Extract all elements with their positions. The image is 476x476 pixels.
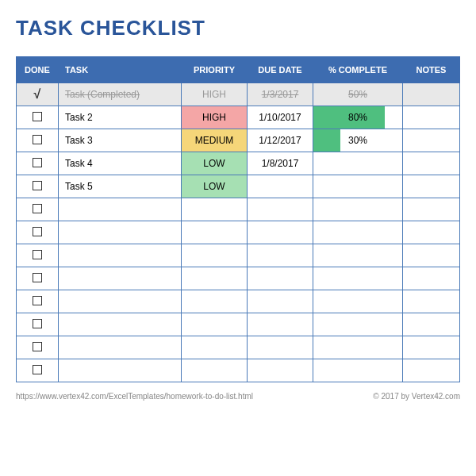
task-cell[interactable]: Task 2 [59, 106, 182, 129]
task-cell[interactable] [59, 244, 182, 267]
priority-cell[interactable]: MEDIUM [182, 129, 248, 152]
task-cell[interactable] [59, 336, 182, 359]
done-cell[interactable] [17, 198, 59, 221]
progress-bar: 80% [313, 106, 402, 129]
complete-cell[interactable] [313, 175, 403, 198]
checkbox-icon[interactable] [33, 135, 42, 144]
duedate-cell[interactable] [248, 313, 313, 336]
task-cell[interactable] [59, 359, 182, 382]
task-cell[interactable]: Task 3 [59, 129, 182, 152]
done-cell[interactable] [17, 359, 59, 382]
priority-cell[interactable]: LOW [182, 175, 248, 198]
duedate-cell[interactable] [248, 359, 313, 382]
task-cell[interactable]: Task 5 [59, 175, 182, 198]
priority-cell[interactable]: HIGH [182, 106, 248, 129]
notes-cell[interactable] [403, 175, 460, 198]
task-cell[interactable] [59, 221, 182, 244]
complete-cell[interactable] [313, 313, 403, 336]
complete-cell[interactable] [313, 221, 403, 244]
checkbox-icon[interactable] [33, 250, 42, 259]
complete-cell[interactable] [313, 198, 403, 221]
duedate-cell[interactable]: 1/8/2017 [248, 152, 313, 175]
notes-cell[interactable] [403, 244, 460, 267]
priority-cell[interactable]: LOW [182, 152, 248, 175]
checkbox-icon[interactable] [33, 181, 42, 190]
checkbox-icon[interactable] [33, 342, 42, 351]
checkbox-icon[interactable] [33, 319, 42, 328]
duedate-cell[interactable] [248, 267, 313, 290]
checkmark-icon[interactable] [34, 90, 41, 101]
notes-cell[interactable] [403, 106, 460, 129]
checkbox-icon[interactable] [33, 204, 42, 213]
checkbox-icon[interactable] [33, 365, 42, 374]
header-notes: NOTES [403, 57, 460, 83]
priority-cell[interactable] [182, 267, 248, 290]
task-cell[interactable]: Task (Completed) [59, 83, 182, 106]
table-row: Task 5LOW [17, 175, 460, 198]
done-cell[interactable] [17, 336, 59, 359]
task-cell[interactable] [59, 267, 182, 290]
complete-cell[interactable] [313, 244, 403, 267]
done-cell[interactable] [17, 175, 59, 198]
done-cell[interactable] [17, 83, 59, 106]
done-cell[interactable] [17, 244, 59, 267]
duedate-cell[interactable] [248, 244, 313, 267]
priority-cell[interactable] [182, 221, 248, 244]
task-cell[interactable] [59, 290, 182, 313]
duedate-cell[interactable]: 1/12/2017 [248, 129, 313, 152]
duedate-cell[interactable] [248, 175, 313, 198]
notes-cell[interactable] [403, 221, 460, 244]
complete-cell[interactable] [313, 336, 403, 359]
footer-copyright: © 2017 by Vertex42.com [373, 392, 460, 401]
priority-cell[interactable] [182, 313, 248, 336]
duedate-cell[interactable] [248, 198, 313, 221]
priority-cell[interactable] [182, 359, 248, 382]
notes-cell[interactable] [403, 152, 460, 175]
checkbox-icon[interactable] [33, 296, 42, 305]
priority-cell[interactable]: HIGH [182, 83, 248, 106]
priority-badge: LOW [182, 152, 247, 175]
complete-cell[interactable]: 80% [313, 106, 403, 129]
table-row [17, 336, 460, 359]
notes-cell[interactable] [403, 198, 460, 221]
done-cell[interactable] [17, 152, 59, 175]
priority-cell[interactable] [182, 290, 248, 313]
table-row: Task 4LOW1/8/2017 [17, 152, 460, 175]
checkbox-icon[interactable] [33, 227, 42, 236]
duedate-cell[interactable]: 1/10/2017 [248, 106, 313, 129]
duedate-cell[interactable] [248, 336, 313, 359]
duedate-cell[interactable]: 1/3/2017 [248, 83, 313, 106]
duedate-cell[interactable] [248, 221, 313, 244]
notes-cell[interactable] [403, 313, 460, 336]
checkbox-icon[interactable] [33, 273, 42, 282]
complete-cell[interactable]: 30% [313, 129, 403, 152]
checkbox-icon[interactable] [33, 158, 42, 167]
complete-cell[interactable] [313, 359, 403, 382]
duedate-cell[interactable] [248, 290, 313, 313]
priority-badge: HIGH [182, 83, 247, 106]
notes-cell[interactable] [403, 267, 460, 290]
notes-cell[interactable] [403, 129, 460, 152]
notes-cell[interactable] [403, 336, 460, 359]
notes-cell[interactable] [403, 83, 460, 106]
notes-cell[interactable] [403, 290, 460, 313]
table-row: Task (Completed)HIGH1/3/201750% [17, 83, 460, 106]
task-cell[interactable]: Task 4 [59, 152, 182, 175]
task-cell[interactable] [59, 313, 182, 336]
done-cell[interactable] [17, 221, 59, 244]
priority-cell[interactable] [182, 244, 248, 267]
done-cell[interactable] [17, 290, 59, 313]
checkbox-icon[interactable] [33, 112, 42, 121]
complete-cell[interactable] [313, 290, 403, 313]
task-cell[interactable] [59, 198, 182, 221]
done-cell[interactable] [17, 267, 59, 290]
done-cell[interactable] [17, 313, 59, 336]
complete-cell[interactable] [313, 267, 403, 290]
complete-cell[interactable] [313, 152, 403, 175]
priority-cell[interactable] [182, 198, 248, 221]
priority-cell[interactable] [182, 336, 248, 359]
notes-cell[interactable] [403, 359, 460, 382]
complete-cell[interactable]: 50% [313, 83, 403, 106]
done-cell[interactable] [17, 129, 59, 152]
done-cell[interactable] [17, 106, 59, 129]
